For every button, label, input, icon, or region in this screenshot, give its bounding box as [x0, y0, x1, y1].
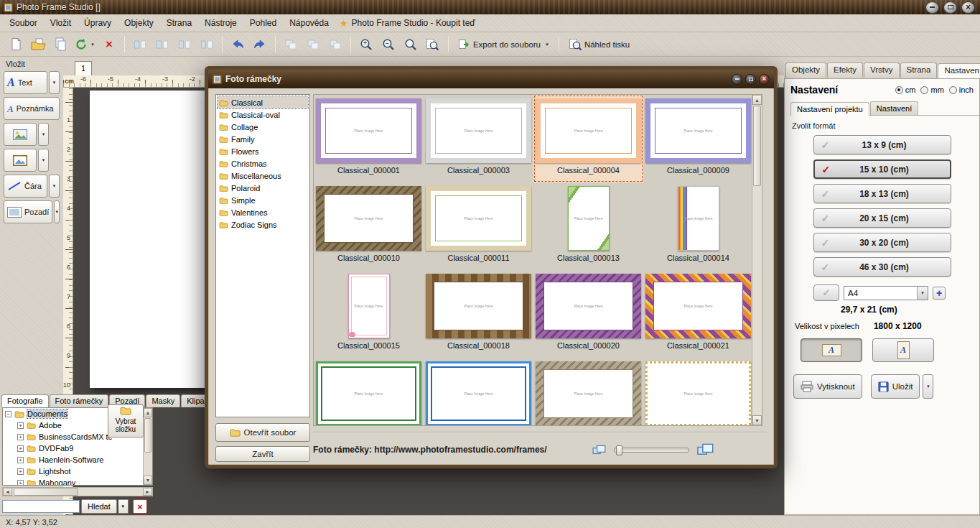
frame-category-christmas[interactable]: Christmas	[218, 157, 308, 170]
scroll-up-icon[interactable]: ▲	[752, 95, 762, 105]
tab-vrstvy[interactable]: Vrstvy	[864, 62, 900, 78]
frame-thumbnail-classical-000004[interactable]: Place Image HereClassical_000004	[533, 95, 643, 182]
frame-category-zodiac-signs[interactable]: Zodiac Signs	[218, 218, 308, 231]
frame-category-valentines[interactable]: Valentines	[218, 206, 308, 218]
export-button[interactable]: Export do souboru ▼	[454, 35, 554, 54]
scroll-left-icon[interactable]: ◄	[3, 488, 12, 496]
menu-napoveda[interactable]: Nápověda	[283, 16, 335, 30]
expand-icon[interactable]: +	[17, 422, 24, 429]
scroll-up-icon[interactable]: ▲	[144, 408, 152, 417]
thumbnail-scrollbar[interactable]: ▲ ▼	[752, 95, 762, 425]
frame-thumbnail-row4-15[interactable]: Place Image Here	[643, 358, 753, 426]
titlebar[interactable]: Photo Frame Studio [] ×	[0, 0, 980, 14]
menu-objekty[interactable]: Objekty	[118, 16, 160, 30]
menu-strana[interactable]: Strana	[160, 16, 198, 30]
menu-upravy[interactable]: Úpravy	[78, 16, 118, 30]
frame-thumbnail-classical-000014[interactable]: Place Image HereClassical_000014	[643, 182, 753, 270]
frame-thumbnail-classical-000020[interactable]: Place Image HereClassical_000020	[533, 270, 643, 358]
tab-fotografie[interactable]: Fotografie	[1, 394, 49, 407]
scroll-thumb[interactable]	[144, 418, 151, 453]
orientation-portrait-button[interactable]: A	[872, 338, 934, 362]
group-objects-button[interactable]	[325, 35, 345, 54]
insert-pozadi-button[interactable]: Pozadí	[4, 200, 52, 223]
print-button[interactable]: Vytisknout	[793, 374, 862, 399]
scroll-down-icon[interactable]: ▼	[144, 476, 152, 485]
unit-cm[interactable]: cm	[895, 85, 916, 94]
bring-front-button[interactable]	[281, 35, 301, 54]
scroll-thumb[interactable]	[753, 106, 761, 186]
frame-thumbnail-classical-000003[interactable]: Place Image HereClassical_000003	[424, 95, 533, 182]
insert-text-dropdown[interactable]: ▼	[49, 71, 60, 94]
select-arrow-icon[interactable]: ▼	[917, 287, 928, 300]
collapse-icon[interactable]: −	[5, 411, 11, 417]
search-button[interactable]: Hledat	[81, 499, 117, 514]
frame-thumbnail-classical-000010[interactable]: Place Image HereClassical_000010	[314, 182, 424, 270]
menu-nastroje[interactable]: Nástroje	[198, 16, 243, 30]
dialog-titlebar[interactable]: Foto rámečky ×	[208, 70, 774, 88]
insert-image-button[interactable]	[4, 123, 37, 146]
dialog-close-action-button[interactable]: Zavřít	[215, 446, 310, 462]
page-tab[interactable]: 1	[75, 61, 92, 75]
tab-strana[interactable]: Strana	[900, 62, 938, 78]
frame-thumbnail-row4-13[interactable]: Place Image Here	[424, 358, 533, 426]
tree-item-lightshot[interactable]: +Lightshot	[3, 466, 152, 477]
tab-nastaveni[interactable]: Nastavení	[938, 63, 980, 78]
zoom-actual-button[interactable]	[401, 35, 421, 54]
thumbnails-large-icon[interactable]	[696, 443, 715, 456]
send-back-button[interactable]	[303, 35, 323, 54]
thumbnails-small-icon[interactable]	[592, 445, 607, 455]
frame-thumbnail-classical-000011[interactable]: Place Image HereClassical_000011	[424, 182, 533, 270]
flip-horizontal-button[interactable]	[130, 35, 150, 54]
expand-icon[interactable]: +	[17, 457, 24, 463]
tab-foto-ramecky[interactable]: Foto rámečky	[50, 394, 109, 407]
print-preview-button[interactable]: Náhled tisku	[564, 35, 634, 54]
frame-category-simple[interactable]: Simple	[218, 194, 308, 206]
tree-item-dvdfab9[interactable]: +DVDFab9	[3, 443, 152, 454]
slider-handle[interactable]	[616, 445, 622, 455]
insert-image2-dropdown[interactable]: ▼	[38, 149, 49, 172]
redo-button[interactable]	[250, 35, 270, 54]
unit-inch[interactable]: inch	[949, 85, 974, 94]
frame-thumbnail-row4-12[interactable]: Place Image Here	[314, 358, 424, 426]
insert-cara-dropdown[interactable]: ▼	[49, 175, 60, 198]
format-13-x-9-cm[interactable]: ✓13 x 9 (cm)	[813, 135, 951, 154]
insert-text-button[interactable]: AText	[4, 71, 47, 94]
expand-icon[interactable]: +	[17, 480, 24, 486]
format-18-x-13-cm[interactable]: ✓18 x 13 (cm)	[813, 184, 951, 203]
tab-masky[interactable]: Masky	[146, 394, 180, 407]
scroll-thumb[interactable]	[14, 488, 78, 496]
custom-format-check-button[interactable]: ✓	[813, 284, 839, 301]
close-button[interactable]: ×	[961, 1, 975, 14]
frame-category-classical-oval[interactable]: Classical-oval	[218, 108, 308, 121]
tree-item-mahogany[interactable]: +Mahogany	[3, 477, 152, 486]
frame-thumbnail-classical-000015[interactable]: Place Image HereClassical_000015	[314, 270, 424, 358]
paper-size-select[interactable]: A4 ▼	[844, 286, 928, 300]
scroll-down-icon[interactable]: ▼	[752, 415, 762, 425]
format-46-x-30-cm[interactable]: ✓46 x 30 (cm)	[813, 257, 951, 277]
tree-horizontal-scrollbar[interactable]: ◄ ►	[2, 487, 153, 496]
expand-icon[interactable]: +	[17, 434, 24, 440]
thumbnail-size-slider[interactable]	[614, 448, 689, 453]
search-dropdown-button[interactable]: ▼	[118, 499, 129, 514]
open-file-button[interactable]: Otevřít soubor	[215, 423, 310, 442]
clear-search-button[interactable]: ×	[133, 499, 147, 514]
copy-page-button[interactable]	[50, 35, 70, 54]
zoom-in-button[interactable]: +	[356, 35, 376, 54]
format-20-x-15-cm[interactable]: ✓20 x 15 (cm)	[813, 208, 951, 228]
save-dropdown-button[interactable]: ▼	[923, 374, 933, 399]
new-page-button[interactable]	[6, 35, 26, 54]
frame-thumbnail-classical-000009[interactable]: Place Image HereClassical_000009	[643, 95, 753, 182]
tree-vertical-scrollbar[interactable]: ▲ ▼	[143, 408, 152, 485]
dialog-close-button[interactable]: ×	[759, 74, 770, 85]
search-input[interactable]	[2, 500, 80, 513]
menu-vlozit[interactable]: Vložit	[44, 16, 78, 30]
maximize-button[interactable]	[943, 1, 957, 14]
unit-mm[interactable]: mm	[920, 85, 943, 94]
expand-icon[interactable]: +	[17, 468, 24, 475]
menu-pohled[interactable]: Pohled	[243, 16, 283, 30]
frame-category-collage[interactable]: Collage	[218, 121, 308, 133]
dialog-maximize-button[interactable]	[745, 74, 756, 85]
select-folder-button[interactable]: Vybrat složku	[108, 404, 144, 437]
tree-item-haenlein-software[interactable]: +Haenlein-Software	[3, 454, 152, 466]
frame-category-flowers[interactable]: Flowers	[218, 145, 308, 157]
